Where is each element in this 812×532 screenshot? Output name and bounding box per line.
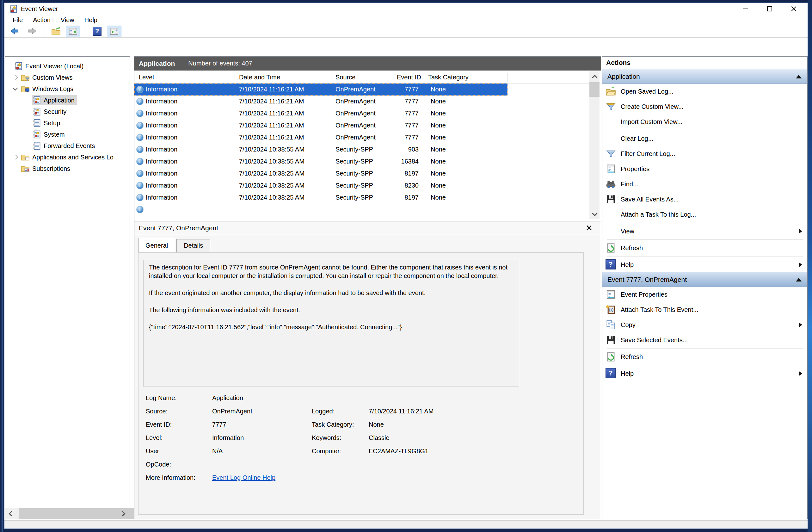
scroll-right-button[interactable] [118,508,130,519]
event-description[interactable]: The description for Event ID 7777 from s… [144,260,519,387]
action-find[interactable]: Find... [603,176,807,192]
chevron-right-icon[interactable] [12,154,19,161]
table-row[interactable]: Information 7/10/2024 10:38:25 AM Securi… [134,168,601,179]
field-value: EC2AMAZ-TL9G8G1 [369,448,429,455]
table-row[interactable]: Information 7/10/2024 11:16:21 AM OnPrem… [134,132,601,144]
table-row[interactable]: Information 7/10/2024 10:38:55 AM Securi… [134,144,601,156]
tree-item-windows-logs[interactable]: Windows Logs [5,83,130,95]
field-value: Information [212,434,244,442]
action-refresh[interactable]: Refresh [603,240,807,256]
action-open-saved-log[interactable]: Open Saved Log... [603,84,807,99]
chevron-right-icon[interactable] [12,74,19,81]
information-icon [136,122,144,129]
tree-item-event-viewer-local[interactable]: Event Viewer (Local) [5,60,130,72]
action-attach-task-to-event[interactable]: Attach Task To This Event... [603,302,807,317]
menu-file[interactable]: File [8,16,28,24]
maximize-icon [767,6,772,11]
table-row[interactable]: Information 7/10/2024 10:38:25 AM Securi… [134,192,601,204]
actions-group-event[interactable]: Event 7777, OnPremAgent [603,272,807,287]
event-fields: Log Name: Application Source: OnPremAgen… [139,394,583,514]
chevron-down-icon[interactable] [12,85,19,92]
table-row[interactable]: Information 7/10/2024 11:16:21 AM OnPrem… [134,119,601,132]
table-row[interactable]: Information 7/10/2024 10:38:25 AM Securi… [134,179,601,192]
tree-item-subscriptions[interactable]: Subscriptions [5,163,130,174]
action-import-custom-view[interactable]: Import Custom View... [603,114,807,129]
table-row[interactable]: Information 7/10/2024 11:16:21 AM OnPrem… [134,96,601,107]
table-row[interactable]: Information 7/10/2024 11:16:21 AM OnPrem… [134,107,601,119]
collapse-icon[interactable] [796,75,801,78]
information-icon [136,98,144,105]
event-list-scrollbar[interactable] [590,71,599,219]
table-row[interactable]: Information 7/10/2024 10:38:55 AM Securi… [134,156,601,168]
titlebar[interactable]: Event Viewer [4,3,808,15]
action-properties[interactable]: Properties [603,161,807,176]
column-header-date-time[interactable]: Date and Time [239,74,280,81]
action-clear-log[interactable]: Clear Log... [603,131,807,146]
field-value: N/A [212,448,222,455]
scroll-left-button[interactable] [5,508,17,519]
tree-item-setup[interactable]: Setup [5,117,130,129]
close-button[interactable] [782,3,806,15]
export-list-button[interactable] [49,26,63,37]
tree-item-forwarded-events[interactable]: Forwarded Events [5,140,130,152]
cell-level: Information [146,182,177,189]
tree-item-system[interactable]: System [5,129,130,140]
action-filter-current-log[interactable]: Filter Current Log... [603,146,807,161]
action-view-submenu[interactable]: View [603,224,807,239]
action-create-custom-view[interactable]: Create Custom View... [603,99,807,114]
scroll-up-button[interactable] [590,71,599,82]
actions-group-application[interactable]: Application [603,69,807,84]
column-separator[interactable] [425,73,425,82]
column-separator[interactable] [387,73,387,82]
maximize-button[interactable] [758,3,782,15]
minimize-button[interactable] [734,3,758,15]
menu-action[interactable]: Action [28,16,56,24]
tree-item-applications-and-services-logs[interactable]: Applications and Services Lo [5,152,130,163]
column-separator[interactable] [235,73,235,82]
tree-item-security[interactable]: Security [5,106,130,117]
back-button[interactable] [8,26,22,37]
table-row[interactable]: Information 7/10/2024 11:16:21 AM OnPrem… [134,84,508,96]
column-header-level[interactable]: Level [139,74,154,81]
field-label: Level: [146,434,162,442]
desktop-edge [2,0,2,532]
cell-event-id: 8197 [387,194,419,201]
action-help-event-submenu[interactable]: Help [603,366,807,381]
action-save-selected-events[interactable]: Save Selected Events... [603,332,807,348]
actions-group-label: Event 7777, OnPremAgent [607,276,687,283]
menu-view[interactable]: View [56,16,79,24]
menu-help[interactable]: Help [79,16,102,24]
column-separator[interactable] [331,73,331,82]
action-save-all-events-as[interactable]: Save All Events As... [603,192,807,207]
tree-horizontal-scrollbar[interactable] [5,508,130,519]
cell-event-id: 7777 [387,86,419,93]
scroll-down-button[interactable] [590,209,599,219]
show-hide-console-tree-button[interactable] [66,26,80,37]
tab-details[interactable]: Details [176,239,210,253]
column-header-task-category[interactable]: Task Category [428,74,469,81]
scrollbar-thumb[interactable] [590,82,599,97]
action-help-submenu[interactable]: Help [603,257,807,272]
column-header-event-id[interactable]: Event ID [397,74,421,81]
action-copy-submenu[interactable]: Copy [603,317,807,332]
forward-button[interactable] [25,26,39,37]
action-attach-task-to-log[interactable]: Attach a Task To this Log... [603,207,807,222]
desktop-edge [808,0,812,532]
collapse-icon[interactable] [796,278,801,282]
tree-item-custom-views[interactable]: Custom Views [5,72,130,83]
help-button[interactable] [90,26,104,37]
tree-item-label: Setup [44,119,60,127]
tree-item-label: Windows Logs [32,85,73,93]
event-log-online-help-link[interactable]: Event Log Online Help [212,474,275,481]
status-bar [4,520,808,529]
show-hide-action-pane-button[interactable] [107,26,121,37]
table-row-partial[interactable] [134,204,601,216]
close-preview-icon[interactable] [585,224,593,232]
help-icon [606,368,616,379]
description-paragraph: The description for Event ID 7777 from s… [149,263,514,280]
column-header-source[interactable]: Source [335,74,356,81]
action-refresh-event[interactable]: Refresh [603,349,807,364]
tab-general[interactable]: General [138,238,175,252]
tree-item-application[interactable]: Application [5,95,130,106]
action-event-properties[interactable]: Event Properties [603,287,807,302]
